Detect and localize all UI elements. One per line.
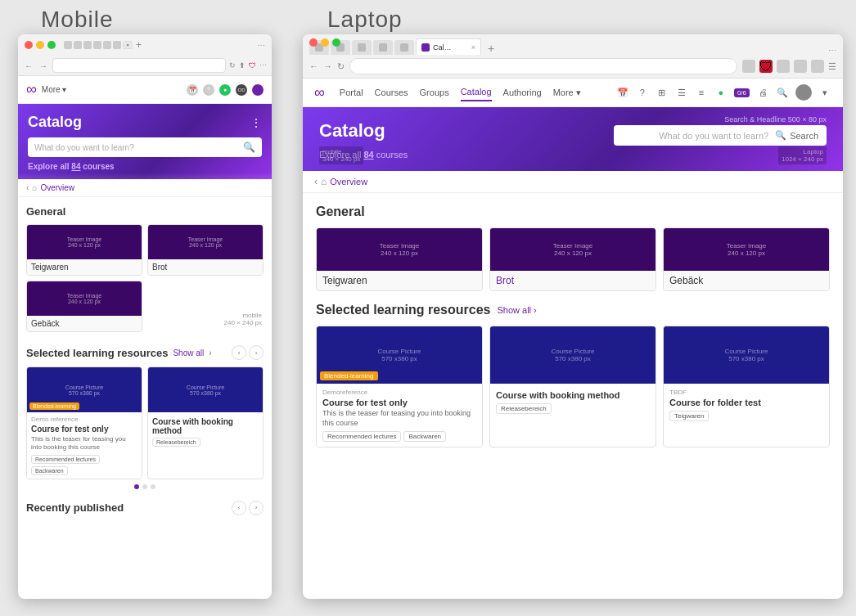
laptop-course-name-2: Course with booking method (496, 390, 650, 400)
breadcrumb-overview-link[interactable]: Overview (40, 183, 74, 192)
course-card-1[interactable]: Course Picture570 x380 px Blended-learni… (26, 366, 142, 479)
catalog-options-button[interactable]: ⋮ (250, 116, 262, 129)
laptop-browser-settings[interactable]: ☰ (828, 61, 836, 72)
laptop-new-tab[interactable]: + (483, 42, 499, 55)
show-all-link[interactable]: Show all (173, 348, 204, 357)
nav-portal[interactable]: Portal (340, 84, 363, 101)
resources-header: Selected learning resources Show all › ‹… (26, 345, 264, 360)
laptop-search-button[interactable]: 🔍 Search (775, 130, 818, 141)
active-tab[interactable]: × (123, 41, 133, 49)
teaser-image-2: Teaser Image240 x 120 px (148, 225, 263, 259)
teaser-card-2[interactable]: Teaser Image240 x 120 px Brot (147, 224, 264, 276)
mobile-browser-window: × + ⋯ ← → ↻ ⬆ 🛡 ⋯ ∞ More ▾ (18, 34, 272, 599)
course-card-2[interactable]: Course Picture570 x380 px Course with bo… (147, 366, 264, 479)
laptop-course-desc-1: This is the teaser for teasing you into … (322, 409, 476, 428)
laptop-tab-4[interactable] (373, 40, 393, 55)
dot-1 (134, 484, 139, 489)
extensions-button[interactable]: ⋯ (259, 61, 267, 70)
nav-authoring[interactable]: Authoring (503, 84, 542, 101)
active-tab-close[interactable]: × (471, 43, 475, 52)
back-button[interactable]: ← (23, 61, 34, 70)
forward-button[interactable]: → (38, 61, 49, 70)
breadcrumb-back[interactable]: ‹ (26, 183, 29, 192)
more-menu[interactable]: More ▾ (42, 85, 67, 94)
mobile-catalog-header: Catalog ⋮ What do you want to learn? 🔍 E… (18, 104, 272, 179)
laptop-active-tab[interactable]: Cal… × (416, 38, 481, 55)
new-tab-button[interactable]: + (136, 39, 142, 51)
laptop-browser-chrome: Cal… × + ⋯ ← → ↻ 🛡 (303, 34, 843, 79)
recently-carousel-prev[interactable]: ‹ (232, 501, 246, 515)
laptop-breadcrumb-back[interactable]: ‹ (314, 176, 318, 187)
search-nav-icon[interactable]: 🔍 (776, 86, 789, 99)
laptop-explore-link[interactable]: Explore all 84 courses (319, 150, 827, 160)
calendar-icon[interactable]: 📅 (616, 86, 629, 99)
print-icon[interactable]: 🖨 (756, 86, 769, 99)
recently-carousel-next[interactable]: › (249, 501, 264, 515)
laptop-search-input[interactable]: What do you want to learn? (622, 131, 768, 141)
mobile-size-watermark: mobile 240 × 240 px (221, 310, 265, 328)
list-icon[interactable]: ☰ (675, 86, 688, 99)
reload-button[interactable]: ↻ (229, 61, 236, 70)
traffic-light-red[interactable] (25, 41, 33, 49)
laptop-teaser-card-2[interactable]: Teaser Image240 x 120 px Brot (489, 227, 656, 291)
carousel-next[interactable]: › (249, 345, 264, 360)
brave-icon[interactable]: 🛡 (759, 60, 773, 73)
laptop-teaser-card-3[interactable]: Teaser Image240 x 120 px Gebäck (663, 227, 830, 291)
traffic-light-green[interactable] (47, 41, 56, 49)
laptop-tab-5[interactable] (394, 40, 414, 55)
explore-link[interactable]: Explore all 84 courses (28, 162, 262, 171)
grid-icon[interactable]: ⊞ (656, 86, 669, 99)
help-icon[interactable]: ? (636, 86, 649, 99)
laptop-reload[interactable]: ↻ (337, 61, 345, 72)
laptop-course-card-2[interactable]: Course Picture570 x380 px Course with bo… (489, 326, 656, 447)
brave-shield[interactable]: 🛡 (249, 61, 256, 70)
laptop-tl-yellow[interactable] (321, 38, 329, 47)
laptop-tl-red[interactable] (309, 38, 318, 47)
laptop-tag-backwaren: Backwaren (403, 431, 446, 442)
laptop-tag-releasebereich: Releasebereich (496, 403, 552, 414)
user-avatar[interactable] (795, 84, 812, 101)
laptop-back[interactable]: ← (309, 61, 318, 71)
nav-catalog[interactable]: Catalog (461, 83, 492, 101)
teaser-card-3[interactable]: Teaser Image240 x 120 px Gebäck (26, 281, 142, 332)
show-all-arrow: › (534, 305, 537, 315)
nav-courses[interactable]: Courses (375, 84, 408, 101)
toolbar-icon-1[interactable] (742, 60, 755, 73)
traffic-light-yellow[interactable] (36, 41, 44, 49)
user-avatar[interactable] (252, 84, 264, 96)
course-name-1: Course for test only (31, 425, 137, 434)
list-icon-2[interactable]: ≡ (695, 86, 708, 99)
nav-more[interactable]: More ▾ (553, 84, 581, 101)
laptop-search-box[interactable]: What do you want to learn? 🔍 Search (614, 125, 827, 146)
carousel-prev[interactable]: ‹ (232, 345, 246, 360)
laptop-tl-green[interactable] (332, 38, 340, 47)
laptop-tab-3[interactable] (352, 40, 372, 55)
nav-groups[interactable]: Groups (420, 84, 449, 101)
laptop-breadcrumb-overview[interactable]: Overview (330, 177, 367, 187)
browser-more-button[interactable]: ⋯ (257, 41, 265, 50)
laptop-address-input[interactable] (349, 58, 737, 74)
laptop-course-card-1[interactable]: Course Picture570 x380 px Blended-learni… (316, 326, 483, 447)
laptop-browser-more[interactable]: ⋯ (828, 46, 836, 55)
toolbar-icon-3[interactable] (777, 60, 790, 73)
calendar-icon[interactable]: 📅 (187, 84, 198, 96)
avatar-chevron[interactable]: ▾ (818, 86, 831, 99)
search-button-icon: 🔍 (775, 130, 786, 141)
laptop-course-card-3[interactable]: Course Picture570 x380 px TBDF Course fo… (663, 326, 830, 447)
laptop-browser-window: Cal… × + ⋯ ← → ↻ 🛡 (303, 34, 843, 599)
laptop-show-all[interactable]: Show all › (497, 305, 536, 315)
course-info-2: Course with booking method Releasebereic… (148, 412, 263, 450)
toolbar-icon-5[interactable] (811, 60, 824, 73)
teaser-card-1[interactable]: Teaser Image240 x 120 px Teigwaren (26, 224, 142, 276)
mobile-address-bar: ← → ↻ ⬆ 🛡 ⋯ (18, 56, 272, 75)
help-icon[interactable]: ? (203, 84, 214, 96)
share-button[interactable]: ⬆ (239, 61, 246, 70)
toolbar-icon-4[interactable] (794, 60, 807, 73)
mobile-search-box[interactable]: What do you want to learn? 🔍 (28, 137, 262, 157)
laptop-forward[interactable]: → (323, 61, 332, 71)
laptop-course-image-1: Course Picture570 x380 px Blended-learni… (317, 326, 482, 384)
address-input[interactable] (52, 58, 226, 73)
laptop-teaser-card-1[interactable]: Teaser Image240 x 120 px Teigwaren (316, 227, 483, 291)
status-dot: ● (714, 86, 728, 99)
explore-suffix: courses (83, 162, 114, 171)
